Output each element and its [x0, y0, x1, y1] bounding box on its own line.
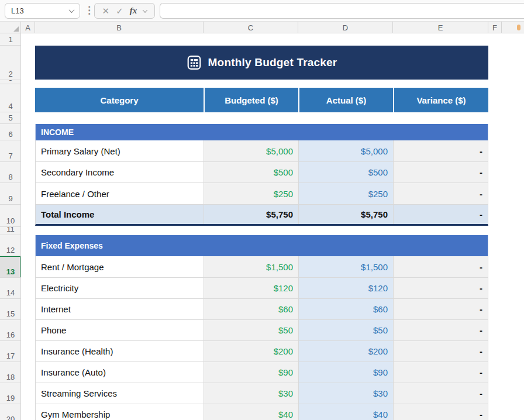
formula-input[interactable]: [160, 3, 524, 19]
row-header-1[interactable]: 1: [0, 33, 21, 46]
row-header-15[interactable]: 15: [0, 299, 21, 320]
select-all-button[interactable]: [0, 22, 21, 33]
table-row[interactable]: Insurance (Auto) $90 $90 -: [35, 362, 488, 383]
budgeted-cell[interactable]: $200: [204, 341, 298, 362]
actual-cell[interactable]: $90: [298, 362, 393, 383]
row-header-14[interactable]: 14: [0, 278, 21, 299]
budgeted-cell[interactable]: $5,750: [204, 205, 298, 224]
row-header-7[interactable]: 7: [0, 140, 21, 162]
actual-cell[interactable]: $120: [298, 278, 393, 298]
category-cell[interactable]: Primary Salary (Net): [36, 140, 204, 161]
table-row[interactable]: Insurance (Health) $200 $200 -: [35, 341, 488, 362]
category-cell[interactable]: Total Income: [36, 205, 204, 224]
variance-cell[interactable]: -: [393, 183, 488, 204]
actual-cell[interactable]: $250: [298, 183, 393, 204]
column-header-e[interactable]: E: [393, 22, 488, 33]
header-budgeted[interactable]: Budgeted ($): [204, 88, 298, 112]
section-bar-income[interactable]: INCOME: [35, 124, 488, 140]
category-cell[interactable]: Streaming Services: [36, 383, 204, 404]
row-header-6[interactable]: 6: [0, 124, 21, 140]
column-header-f[interactable]: F: [488, 22, 502, 33]
total-income-row[interactable]: Total Income $5,750 $5,750 -: [35, 205, 488, 226]
budgeted-cell[interactable]: $1,500: [204, 256, 298, 277]
category-cell[interactable]: Rent / Mortgage: [36, 256, 204, 277]
budgeted-cell[interactable]: $40: [204, 404, 298, 420]
actual-cell[interactable]: $200: [298, 341, 393, 362]
actual-cell[interactable]: $1,500: [298, 256, 393, 277]
header-actual[interactable]: Actual ($): [298, 88, 393, 112]
name-box[interactable]: L13: [5, 3, 80, 19]
row-header-16[interactable]: 16: [0, 320, 21, 341]
variance-cell[interactable]: -: [393, 383, 488, 404]
row-header-2[interactable]: 2: [0, 46, 21, 80]
row-header-13-selected[interactable]: 13: [0, 256, 21, 278]
variance-cell[interactable]: -: [393, 256, 488, 277]
budgeted-cell[interactable]: $90: [204, 362, 298, 383]
row-header-18[interactable]: 18: [0, 362, 21, 383]
variance-cell[interactable]: -: [393, 278, 488, 298]
column-header-a[interactable]: A: [21, 22, 35, 33]
section-bar-fixed-expenses[interactable]: Fixed Expenses: [35, 235, 488, 256]
chevron-down-icon[interactable]: [143, 8, 147, 12]
table-row[interactable]: Gym Membership $40 $40 -: [35, 404, 488, 420]
variance-cell[interactable]: -: [393, 299, 488, 319]
category-cell[interactable]: Electricity: [36, 278, 204, 298]
row-header-12[interactable]: 12: [0, 235, 21, 256]
actual-cell[interactable]: $30: [298, 383, 393, 404]
variance-cell[interactable]: -: [393, 341, 488, 362]
category-cell[interactable]: Secondary Income: [36, 162, 204, 183]
table-row[interactable]: Internet $60 $60 -: [35, 299, 488, 320]
category-cell[interactable]: Internet: [36, 299, 204, 319]
actual-cell[interactable]: $50: [298, 320, 393, 340]
table-row[interactable]: Electricity $120 $120 -: [35, 278, 488, 299]
variance-cell[interactable]: -: [393, 362, 488, 383]
variance-cell[interactable]: -: [393, 320, 488, 340]
row-header-5[interactable]: 5: [0, 112, 21, 124]
table-row[interactable]: Rent / Mortgage $1,500 $1,500 -: [35, 256, 488, 278]
variance-cell[interactable]: -: [393, 404, 488, 420]
actual-cell[interactable]: $500: [298, 162, 393, 183]
row-header-9[interactable]: 9: [0, 183, 21, 205]
budgeted-cell[interactable]: $500: [204, 162, 298, 183]
table-row[interactable]: Streaming Services $30 $30 -: [35, 383, 488, 404]
table-row[interactable]: Freelance / Other $250 $250 -: [35, 183, 488, 205]
budgeted-cell[interactable]: $30: [204, 383, 298, 404]
actual-cell[interactable]: $40: [298, 404, 393, 420]
table-row[interactable]: Phone $50 $50 -: [35, 320, 488, 341]
cancel-icon[interactable]: ✕: [102, 6, 110, 15]
header-variance[interactable]: Variance ($): [393, 88, 488, 112]
row-header-3[interactable]: 3: [0, 80, 21, 84]
category-cell[interactable]: Insurance (Health): [36, 341, 204, 362]
budgeted-cell[interactable]: $50: [204, 320, 298, 340]
actual-cell[interactable]: $5,750: [298, 205, 393, 224]
category-cell[interactable]: Insurance (Auto): [36, 362, 204, 383]
column-header-c[interactable]: C: [204, 22, 298, 33]
budgeted-cell[interactable]: $120: [204, 278, 298, 298]
enter-icon[interactable]: ✓: [116, 6, 123, 15]
row-header-4[interactable]: 4: [0, 84, 21, 112]
table-row[interactable]: Secondary Income $500 $500 -: [35, 162, 488, 183]
actual-cell[interactable]: $60: [298, 299, 393, 319]
category-cell[interactable]: Gym Membership: [36, 404, 204, 420]
row-header-17[interactable]: 17: [0, 341, 21, 362]
variance-cell[interactable]: -: [393, 205, 488, 224]
column-header-d[interactable]: D: [298, 22, 393, 33]
budgeted-cell[interactable]: $5,000: [204, 140, 298, 161]
category-cell[interactable]: Freelance / Other: [36, 183, 204, 204]
column-header-b[interactable]: B: [35, 22, 204, 33]
actual-cell[interactable]: $5,000: [298, 140, 393, 161]
row-header-19[interactable]: 19: [0, 383, 21, 404]
row-header-8[interactable]: 8: [0, 162, 21, 183]
row-header-10[interactable]: 10: [0, 205, 21, 227]
budgeted-cell[interactable]: $60: [204, 299, 298, 319]
row-header-20[interactable]: 20: [0, 404, 21, 420]
table-row[interactable]: Primary Salary (Net) $5,000 $5,000 -: [35, 140, 488, 162]
variance-cell[interactable]: -: [393, 162, 488, 183]
insert-function-icon[interactable]: fx: [130, 6, 137, 16]
variance-cell[interactable]: -: [393, 140, 488, 161]
header-category[interactable]: Category: [35, 88, 204, 112]
category-cell[interactable]: Phone: [36, 320, 204, 340]
budgeted-cell[interactable]: $250: [204, 183, 298, 204]
row-header-11[interactable]: 11: [0, 227, 21, 235]
title-banner[interactable]: Monthly Budget Tracker: [35, 46, 488, 80]
